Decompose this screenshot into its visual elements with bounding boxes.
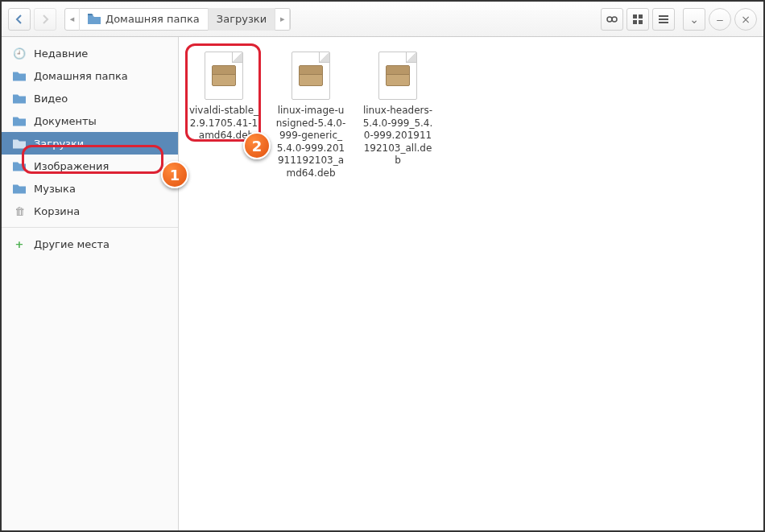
breadcrumb-home[interactable]: Домашняя папка (80, 8, 209, 31)
sidebar-item-images[interactable]: Изображения (2, 155, 178, 177)
svg-point-1 (612, 17, 617, 22)
svg-rect-8 (659, 22, 668, 23)
main: 🕘 Недавние Домашняя папка Видео Документ… (2, 37, 763, 530)
svg-point-0 (607, 17, 612, 22)
sidebar: 🕘 Недавние Домашняя папка Видео Документ… (2, 37, 179, 530)
sidebar-item-other-places[interactable]: + Другие места (2, 233, 178, 255)
chevron-right-icon[interactable]: ▸ (275, 8, 290, 31)
file-item[interactable]: linux-image-unsigned-5.4.0-999-generic_5… (275, 52, 346, 180)
file-label: linux-headers-5.4.0-999_5.4.0-999.201911… (362, 105, 433, 167)
separator (2, 227, 178, 228)
forward-button[interactable] (34, 8, 56, 31)
package-icon (378, 52, 417, 100)
breadcrumb-label: Загрузки (217, 13, 267, 25)
svg-rect-2 (633, 14, 637, 19)
package-icon (292, 52, 330, 100)
file-view[interactable]: vivaldi-stable_2.9.1705.41-1_amd64.deb l… (179, 37, 763, 530)
package-icon (205, 52, 243, 100)
sidebar-item-label: Домашняя папка (34, 70, 128, 82)
sidebar-item-home[interactable]: Домашняя папка (2, 64, 178, 87)
trash-icon: 🗑 (13, 204, 26, 217)
sidebar-item-label: Недавние (34, 47, 88, 60)
sidebar-item-label: Другие места (34, 238, 110, 250)
folder-icon (13, 114, 26, 127)
chevron-left-icon[interactable]: ◂ (65, 8, 80, 31)
toolbar: ◂ Домашняя папка Загрузки ▸ ⌄ ‒ × (2, 2, 763, 37)
sidebar-item-documents[interactable]: Документы (2, 109, 178, 132)
sidebar-item-music[interactable]: Музыка (2, 177, 178, 200)
sidebar-item-label: Документы (34, 115, 97, 127)
sidebar-item-downloads[interactable]: Загрузки (2, 132, 178, 155)
view-list-button[interactable] (652, 8, 675, 31)
breadcrumb-label: Домашняя папка (105, 13, 200, 25)
svg-rect-3 (639, 14, 643, 19)
back-button[interactable] (8, 8, 31, 31)
sidebar-item-label: Корзина (34, 205, 80, 217)
view-icons-button[interactable] (626, 8, 649, 31)
sidebar-item-recent[interactable]: 🕘 Недавние (2, 42, 178, 64)
breadcrumb: ◂ Домашняя папка Загрузки ▸ (64, 8, 291, 31)
folder-icon (13, 182, 26, 195)
file-item[interactable]: vivaldi-stable_2.9.1705.41-1_amd64.deb (188, 52, 259, 142)
window-close-button[interactable]: × (734, 8, 757, 31)
folder-icon (13, 92, 26, 105)
svg-rect-4 (633, 20, 637, 24)
file-label: vivaldi-stable_2.9.1705.41-1_amd64.deb (188, 105, 259, 142)
menu-button[interactable]: ⌄ (683, 8, 705, 31)
file-label: linux-image-unsigned-5.4.0-999-generic_5… (275, 105, 346, 180)
folder-icon (13, 137, 26, 150)
plus-icon: + (13, 237, 26, 250)
sidebar-item-label: Изображения (34, 160, 109, 172)
sidebar-item-label: Музыка (34, 183, 76, 195)
folder-icon (13, 69, 26, 82)
breadcrumb-downloads[interactable]: Загрузки (209, 8, 275, 31)
sidebar-item-video[interactable]: Видео (2, 87, 178, 109)
sidebar-item-label: Видео (34, 93, 68, 105)
folder-icon (13, 159, 26, 172)
svg-rect-5 (639, 20, 643, 24)
sidebar-item-trash[interactable]: 🗑 Корзина (2, 200, 178, 222)
sidebar-item-label: Загрузки (34, 138, 84, 150)
svg-rect-6 (659, 15, 668, 17)
search-button[interactable] (601, 8, 623, 31)
svg-rect-7 (659, 19, 668, 20)
clock-icon: 🕘 (13, 47, 26, 60)
folder-icon (88, 14, 101, 24)
window-minimize-button[interactable]: ‒ (709, 8, 731, 31)
file-item[interactable]: linux-headers-5.4.0-999_5.4.0-999.201911… (362, 52, 433, 167)
